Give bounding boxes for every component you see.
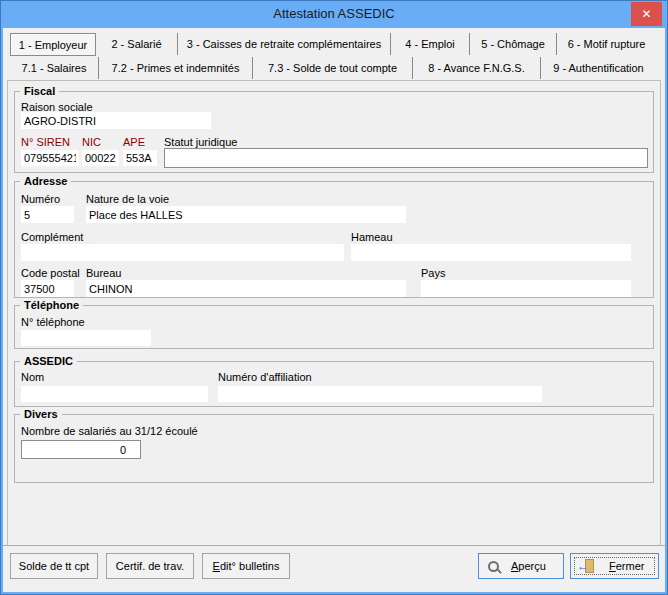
apercu-accel: A xyxy=(511,560,518,572)
siren-field[interactable] xyxy=(21,150,79,166)
nb-salaries-field[interactable] xyxy=(21,440,141,459)
edit-bulletins-accel: E xyxy=(213,560,220,572)
nature-voie-field[interactable] xyxy=(86,206,406,223)
bureau-field[interactable] xyxy=(86,280,406,297)
tab-chomage[interactable]: 5 - Chômage xyxy=(469,33,556,55)
apercu-label: perçu xyxy=(518,560,546,572)
pays-field[interactable] xyxy=(421,280,631,297)
tab-primes-indemnites[interactable]: 7.2 - Primes et indemnités xyxy=(98,57,252,79)
window-title: Attestation ASSEDIC xyxy=(0,0,668,28)
affiliation-label: Numéro d'affiliation xyxy=(218,371,312,383)
tab-motif-rupture[interactable]: 6 - Motif rupture xyxy=(556,33,656,55)
nb-salaries-label: Nombre de salariés au 31/12 écoulé xyxy=(21,425,198,437)
hameau-label: Hameau xyxy=(351,231,393,243)
complement-label: Complément xyxy=(21,231,83,243)
tab-employeur[interactable]: 1 - Employeur xyxy=(10,33,96,56)
tab-strip-row2: 7.1 - Salaires 7.2 - Primes et indemnité… xyxy=(10,57,656,80)
groupbox-assedic-title: ASSEDIC xyxy=(20,355,77,367)
bureau-label: Bureau xyxy=(86,267,121,279)
groupbox-telephone: Téléphone N° téléphone xyxy=(14,305,654,349)
tab-authentification[interactable]: 9 - Authentification xyxy=(540,57,656,79)
telephone-label: N° téléphone xyxy=(21,316,85,328)
nom-field[interactable] xyxy=(21,386,208,402)
groupbox-divers-title: Divers xyxy=(20,408,62,420)
pays-label: Pays xyxy=(421,267,445,279)
fermer-button[interactable]: ← Fermer xyxy=(570,553,659,579)
tab-salarie[interactable]: 2 - Salarié xyxy=(96,33,177,55)
raison-sociale-field[interactable] xyxy=(21,112,211,129)
tab-salaires[interactable]: 7.1 - Salaires xyxy=(10,57,98,79)
button-bar-separator xyxy=(3,545,665,546)
tab-strip-row1: 1 - Employeur 2 - Salarié 3 - Caisses de… xyxy=(10,33,656,56)
fermer-accel: F xyxy=(609,560,616,572)
nic-field[interactable] xyxy=(82,150,119,166)
dialog-attestation-assedic: Attestation ASSEDIC ✕ 1 - Employeur 2 - … xyxy=(0,0,668,595)
solde-tt-cpt-button[interactable]: Solde de tt cpt xyxy=(10,553,98,579)
affiliation-field[interactable] xyxy=(218,386,542,402)
code-postal-label: Code postal xyxy=(21,267,80,279)
nom-label: Nom xyxy=(21,371,44,383)
groupbox-adresse-title: Adresse xyxy=(20,175,71,187)
close-icon: ✕ xyxy=(641,7,651,21)
telephone-field[interactable] xyxy=(21,330,151,346)
exit-door-icon: ← xyxy=(579,559,595,574)
nic-label: NIC xyxy=(82,136,101,148)
ape-field[interactable] xyxy=(123,150,157,166)
statut-juridique-field[interactable] xyxy=(164,148,648,168)
apercu-button[interactable]: Aperçu xyxy=(478,553,564,579)
groupbox-fiscal: Fiscal Raison sociale N° SIREN NIC APE S… xyxy=(14,91,654,173)
hameau-field[interactable] xyxy=(351,244,631,261)
magnifier-icon xyxy=(488,561,499,572)
edit-bulletins-label: dit° bulletins xyxy=(220,560,279,572)
statut-juridique-label: Statut juridique xyxy=(164,136,237,148)
code-postal-field[interactable] xyxy=(21,280,74,297)
certif-trav-button[interactable]: Certif. de trav. xyxy=(106,553,194,579)
fermer-label: ermer xyxy=(616,560,645,572)
close-button[interactable]: ✕ xyxy=(631,2,662,26)
groupbox-assedic: ASSEDIC Nom Numéro d'affiliation xyxy=(14,361,654,407)
ape-label: APE xyxy=(123,136,145,148)
edit-bulletins-button[interactable]: Edit° bulletins xyxy=(202,553,290,579)
groupbox-fiscal-title: Fiscal xyxy=(20,85,59,97)
groupbox-telephone-title: Téléphone xyxy=(20,299,83,311)
tab-emploi[interactable]: 4 - Emploi xyxy=(390,33,469,55)
tab-caisses-retraite[interactable]: 3 - Caisses de retraite complémentaires xyxy=(177,33,390,55)
complement-field[interactable] xyxy=(21,244,344,261)
numero-field[interactable] xyxy=(21,206,74,223)
numero-label: Numéro xyxy=(21,193,60,205)
groupbox-adresse: Adresse Numéro Nature de la voie Complém… xyxy=(14,181,654,298)
tab-avance-fngs[interactable]: 8 - Avance F.N.G.S. xyxy=(412,57,540,79)
nature-voie-label: Nature de la voie xyxy=(86,193,169,205)
groupbox-divers: Divers Nombre de salariés au 31/12 écoul… xyxy=(14,414,654,483)
tab-solde-tout-compte[interactable]: 7.3 - Solde de tout compte xyxy=(252,57,412,79)
siren-label: N° SIREN xyxy=(21,136,70,148)
